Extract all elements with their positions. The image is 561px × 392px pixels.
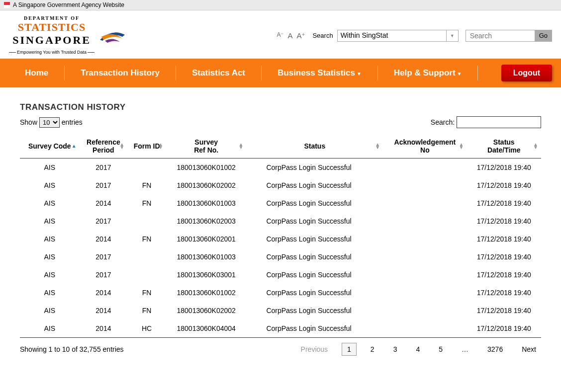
pagination-page[interactable]: 5 (434, 343, 448, 355)
cell-dt: 17/12/2018 19:40 (467, 302, 541, 319)
cell-ack (383, 194, 467, 212)
nav-statistics-act[interactable]: Statistics Act (176, 68, 261, 78)
cell-period: 2014 (80, 284, 128, 302)
cell-status: CorpPass Login Successful (246, 176, 383, 194)
cell-dt: 17/12/2018 19:40 (467, 284, 541, 302)
cell-form: FN (127, 284, 166, 302)
cell-period: 2014 (80, 194, 128, 212)
font-increase[interactable]: A⁺ (296, 31, 305, 40)
cell-dt: 17/12/2018 19:40 (467, 194, 541, 212)
column-header[interactable]: SurveyRef No.▲▼ (166, 134, 246, 158)
cell-form (127, 212, 166, 230)
entries-select[interactable]: 10 (39, 117, 60, 128)
cell-ref: 180013060K02003 (166, 212, 246, 230)
cell-status: CorpPass Login Successful (246, 248, 383, 266)
cell-ack (383, 266, 467, 284)
cell-status: CorpPass Login Successful (246, 284, 383, 302)
cell-status: CorpPass Login Successful (246, 230, 383, 248)
column-header[interactable]: AcknowledgementNo▲▼ (383, 134, 467, 158)
cell-status: CorpPass Login Successful (246, 158, 383, 177)
pagination-page[interactable]: 2 (366, 343, 379, 355)
cell-ack (383, 230, 467, 248)
page-title: TRANSACTION HISTORY (20, 102, 541, 112)
cell-ref: 180013060K02002 (166, 302, 246, 319)
svg-rect-1 (4, 5, 10, 8)
cell-period: 2014 (80, 302, 128, 319)
cell-ref: 180013060K01003 (166, 248, 246, 266)
column-header[interactable]: Status▲▼ (246, 134, 383, 158)
cell-ref: 180013060K01002 (166, 284, 246, 302)
cell-dt: 17/12/2018 19:40 (467, 176, 541, 194)
logo-swoosh-icon (97, 26, 127, 46)
cell-form: FN (127, 302, 166, 319)
cell-form (127, 158, 166, 177)
cell-dt: 17/12/2018 19:40 (467, 319, 541, 338)
table-row: AIS2017180013060K03001CorpPass Login Suc… (20, 266, 541, 284)
table-search-label: Search: (431, 118, 455, 126)
pagination-page[interactable]: 3276 (482, 343, 508, 355)
pagination-page[interactable]: 4 (411, 343, 425, 355)
table-search-wrap: Search: (431, 116, 541, 128)
cell-period: 2017 (80, 158, 128, 177)
nav-history[interactable]: Transaction History (65, 68, 176, 78)
logo-tagline: Empowering You with Trusted Data (9, 50, 94, 55)
sort-icon: ▲▼ (459, 143, 464, 149)
column-header[interactable]: ReferencePeriod▲▼ (80, 134, 128, 158)
entries-control: Show 10 entries (20, 117, 83, 128)
nav-business-statistics[interactable]: Business Statistics▼ (262, 68, 377, 78)
sort-icon: ▲▼ (238, 143, 243, 149)
column-header[interactable]: Survey Code▲ (20, 134, 80, 158)
column-header[interactable]: StatusDate/Time▲▼ (467, 134, 541, 158)
pagination-page[interactable]: 1 (342, 343, 357, 356)
font-size-controls: A⁻ A A⁺ (277, 31, 305, 40)
cell-period: 2017 (80, 176, 128, 194)
cell-period: 2017 (80, 212, 128, 230)
banner-text: A Singapore Government Agency Website (13, 1, 124, 8)
cell-period: 2017 (80, 248, 128, 266)
cell-code: AIS (20, 158, 80, 177)
cell-form: FN (127, 176, 166, 194)
cell-dt: 17/12/2018 19:40 (467, 248, 541, 266)
font-normal[interactable]: A (287, 31, 292, 40)
cell-status: CorpPass Login Successful (246, 302, 383, 319)
cell-ack (383, 302, 467, 319)
nav-separator (477, 66, 478, 80)
cell-period: 2014 (80, 230, 128, 248)
cell-ref: 180013060K03001 (166, 266, 246, 284)
table-row: AIS2014FN180013060K02002CorpPass Login S… (20, 302, 541, 319)
cell-ref: 180013060K02002 (166, 176, 246, 194)
cell-form (127, 266, 166, 284)
gov-banner: A Singapore Government Agency Website (0, 0, 561, 10)
font-decrease[interactable]: A⁻ (277, 31, 283, 40)
table-info: Showing 1 to 10 of 32,755 entries (20, 345, 124, 353)
column-header[interactable]: Form ID▲▼ (127, 134, 166, 158)
nav-home[interactable]: Home (9, 68, 64, 78)
pagination-next[interactable]: Next (517, 343, 541, 355)
nav-help-support[interactable]: Help & Support▼ (378, 68, 478, 78)
sort-icon: ▲▼ (158, 143, 163, 149)
logo-stats: STATISTICS (18, 21, 86, 33)
cell-form: FN (127, 230, 166, 248)
cell-form: HC (127, 319, 166, 338)
main-nav: Home Transaction History Statistics Act … (0, 59, 561, 87)
chevron-down-icon[interactable]: ▼ (447, 30, 459, 42)
chevron-down-icon: ▼ (357, 71, 362, 77)
logo[interactable]: DEPARTMENT OF STATISTICS SINGAPORE Empow… (9, 15, 127, 56)
cell-dt: 17/12/2018 19:40 (467, 230, 541, 248)
cell-status: CorpPass Login Successful (246, 319, 383, 338)
cell-ack (383, 248, 467, 266)
cell-form: FN (127, 194, 166, 212)
pagination-page[interactable]: 3 (388, 343, 402, 355)
table-row: AIS2017FN180013060K02002CorpPass Login S… (20, 176, 541, 194)
pagination-prev[interactable]: Previous (296, 343, 333, 355)
cell-code: AIS (20, 194, 80, 212)
table-row: AIS2014FN180013060K02001CorpPass Login S… (20, 230, 541, 248)
search-go-button[interactable]: Go (535, 30, 552, 42)
table-search-input[interactable] (457, 116, 541, 128)
cell-ack (383, 284, 467, 302)
search-input[interactable] (466, 30, 535, 42)
logout-button[interactable]: Logout (501, 65, 552, 81)
cell-ack (383, 158, 467, 177)
sort-icon: ▲▼ (119, 143, 124, 149)
scope-select[interactable]: Within SingStat (337, 30, 447, 42)
